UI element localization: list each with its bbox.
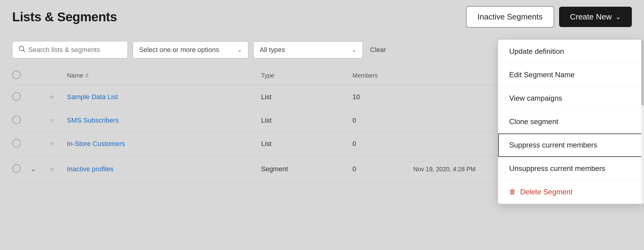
row-star-cell: ★ [49, 93, 67, 101]
sort-icon[interactable]: ⇵ [85, 73, 89, 78]
row-checkbox[interactable] [12, 92, 21, 101]
row-checkbox-cell [12, 116, 30, 125]
th-type: Type [261, 72, 352, 79]
row-star-cell: ★ [49, 165, 67, 173]
types-filter-label: All types [260, 46, 285, 54]
row-members: 0 [352, 140, 413, 148]
row-star-icon[interactable]: ★ [49, 116, 55, 124]
row-star-cell: ★ [49, 140, 67, 148]
th-checkbox [12, 71, 30, 80]
delete-label: Delete Segment [520, 188, 572, 196]
row-checkbox-cell [12, 139, 30, 149]
th-members: Members [352, 72, 413, 79]
row-name[interactable]: In-Store Customers [67, 140, 261, 148]
row-type: Segment [261, 165, 352, 173]
svg-point-0 [19, 46, 24, 51]
page-wrapper: Lists & Segments Inactive Segments Creat… [0, 0, 644, 250]
inactive-segments-button[interactable]: Inactive Segments [466, 6, 554, 28]
row-checkbox-cell [12, 164, 30, 174]
th-type-label: Type [261, 72, 274, 79]
context-menu-item-suppress-current-members[interactable]: Suppress current members [498, 134, 644, 157]
search-icon [19, 46, 25, 54]
context-menu-item-update-definition[interactable]: Update definition [498, 40, 644, 63]
page-title: Lists & Segments [12, 10, 117, 24]
context-menu-item-delete-segment[interactable]: 🗑Delete Segment [498, 180, 644, 204]
chevron-down-icon: ⌄ [352, 47, 356, 53]
row-expand-cell: ⌄ [30, 165, 49, 173]
row-checkbox[interactable] [12, 164, 21, 173]
context-menu-scrollbar[interactable] [641, 40, 644, 204]
row-star-cell: ★ [49, 116, 67, 124]
row-members: 0 [352, 165, 413, 173]
chevron-down-icon: ⌄ [615, 13, 621, 21]
th-members-label: Members [352, 72, 378, 79]
th-name: Name ⇵ [67, 72, 261, 79]
header-actions: Inactive Segments Create New ⌄ [466, 6, 632, 28]
row-checkbox-cell [12, 92, 30, 102]
row-type: List [261, 93, 352, 101]
chevron-down-icon: ⌄ [237, 47, 242, 53]
options-filter-label: Select one or more options [139, 46, 219, 54]
row-expand-icon[interactable]: ⌄ [30, 165, 36, 173]
create-new-label: Create New [570, 12, 612, 22]
row-type: List [261, 116, 352, 124]
page-header: Lists & Segments Inactive Segments Creat… [0, 0, 644, 34]
row-type: List [261, 140, 352, 148]
search-input-wrapper [12, 41, 128, 58]
scrollbar-thumb [641, 40, 644, 106]
row-star-icon[interactable]: ★ [49, 165, 55, 173]
clear-filters-button[interactable]: Clear [368, 46, 389, 54]
context-menu-item-view-campaigns[interactable]: View campaigns [498, 87, 644, 110]
row-star-icon[interactable]: ★ [49, 140, 55, 148]
row-name[interactable]: SMS Subscribers [67, 116, 261, 124]
search-input[interactable] [28, 46, 121, 54]
row-star-icon[interactable]: ★ [49, 93, 55, 101]
context-menu-item-edit-segment-name[interactable]: Edit Segment Name [498, 63, 644, 87]
create-new-button[interactable]: Create New ⌄ [559, 7, 632, 27]
options-filter-dropdown[interactable]: Select one or more options ⌄ [133, 41, 248, 58]
context-menu-item-clone-segment[interactable]: Clone segment [498, 110, 644, 134]
row-name[interactable]: Sample Data List [67, 93, 261, 101]
svg-line-1 [23, 50, 25, 52]
select-all-checkbox[interactable] [12, 71, 21, 79]
row-checkbox[interactable] [12, 139, 21, 148]
row-members: 10 [352, 93, 413, 101]
context-menu: Update definitionEdit Segment NameView c… [498, 40, 644, 204]
row-checkbox[interactable] [12, 116, 21, 124]
row-name[interactable]: Inactive profiles [67, 165, 261, 173]
types-filter-dropdown[interactable]: All types ⌄ [253, 41, 363, 58]
context-menu-item-unsuppress-current-members[interactable]: Unsuppress current members [498, 157, 644, 180]
delete-icon: 🗑 [509, 188, 516, 196]
row-members: 0 [352, 116, 413, 124]
th-name-label: Name [67, 72, 83, 79]
